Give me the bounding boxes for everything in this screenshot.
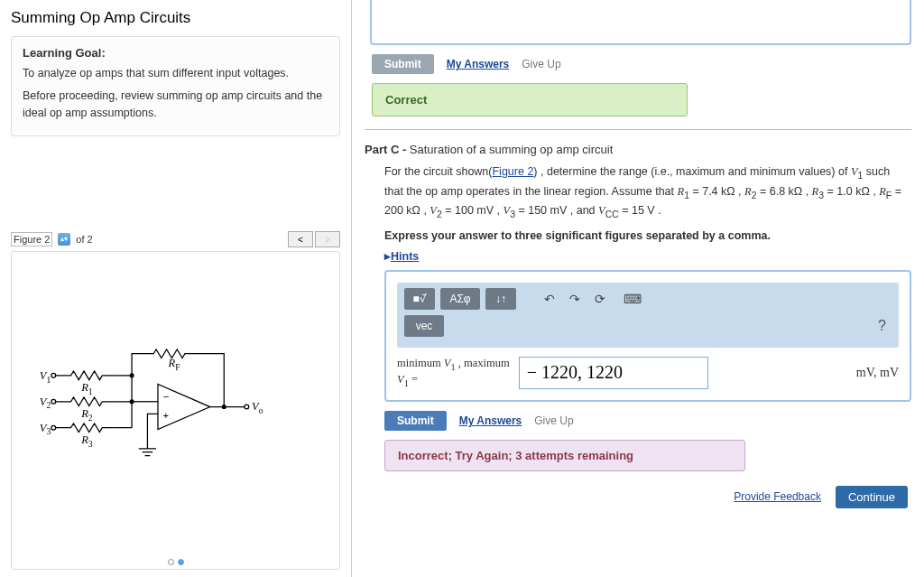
figure-prev-button[interactable]: < <box>288 231 313 247</box>
svg-text:R2: R2 <box>80 407 93 423</box>
figure-selector[interactable]: Figure 2 <box>11 232 52 247</box>
svg-text:Vo: Vo <box>252 401 263 416</box>
my-answers-link[interactable]: My Answers <box>447 58 510 70</box>
express-instruction: Express your answer to three significant… <box>384 229 911 242</box>
vec-button[interactable]: vec <box>404 315 444 337</box>
figure-count: of 2 <box>76 234 92 245</box>
answer-unit: mV, mV <box>856 366 899 380</box>
figure-header: Figure 2 ▴▾ of 2 < > <box>11 231 340 247</box>
separator <box>365 129 911 130</box>
goal-heading: Learning Goal: <box>23 46 328 60</box>
greek-button[interactable]: ΑΣφ <box>440 288 480 310</box>
figure-canvas: .w{stroke:#000;stroke-width:1.3;fill:non… <box>11 251 340 570</box>
svg-text:R3: R3 <box>80 433 93 449</box>
my-answers-link-2[interactable]: My Answers <box>459 414 522 427</box>
help-icon[interactable]: ? <box>878 318 892 334</box>
continue-button[interactable]: Continue <box>836 486 908 508</box>
redo-icon[interactable]: ↷ <box>565 289 585 309</box>
figure-link[interactable]: Figure 2 <box>492 165 533 178</box>
hints-toggle[interactable]: Hints <box>384 249 419 263</box>
svg-text:V1: V1 <box>40 369 51 385</box>
submit-button-prev[interactable]: Submit <box>372 54 434 74</box>
svg-text:−: − <box>163 391 170 402</box>
figure-dot[interactable] <box>168 559 174 565</box>
undo-icon[interactable]: ↶ <box>540 289 559 309</box>
answer-box: ■√̄ ΑΣφ ↓↑ ↶ ↷ ⟳ ⌨ vec ? <box>384 270 911 402</box>
goal-text-1: To analyze op amps that sum different in… <box>23 65 328 82</box>
circuit-diagram: .w{stroke:#000;stroke-width:1.3;fill:non… <box>36 323 315 498</box>
give-up-link-2[interactable]: Give Up <box>534 414 573 427</box>
svg-point-6 <box>223 405 226 409</box>
svg-point-2 <box>51 425 56 430</box>
figure-dot-active[interactable] <box>178 559 184 565</box>
figure-next-button[interactable]: > <box>315 231 340 247</box>
previous-answer-box <box>370 0 911 45</box>
left-panel: Summing Op Amp Circuits Learning Goal: T… <box>0 0 352 577</box>
submit-button[interactable]: Submit <box>384 411 447 431</box>
template-button[interactable]: ■√̄ <box>404 288 435 310</box>
give-up-link[interactable]: Give Up <box>522 58 560 70</box>
problem-statement: For the circuit shown(Figure 2) , determ… <box>384 163 911 222</box>
provide-feedback-link[interactable]: Provide Feedback <box>734 490 821 503</box>
answer-label: minimum V1 , maximum V1 = <box>397 357 510 389</box>
goal-text-2: Before proceeding, review summing op amp… <box>23 88 328 122</box>
svg-text:+: + <box>163 410 169 421</box>
part-c-title: Part C - Saturation of a summing op amp … <box>365 143 911 156</box>
updown-button[interactable]: ↓↑ <box>485 288 516 310</box>
svg-text:RF: RF <box>168 357 180 372</box>
svg-point-5 <box>245 405 249 409</box>
learning-goal-box: Learning Goal: To analyze op amps that s… <box>11 36 340 136</box>
incorrect-feedback: Incorrect; Try Again; 3 attempts remaini… <box>384 440 745 471</box>
figure-nav: < > <box>288 231 340 247</box>
answer-input[interactable] <box>519 357 708 389</box>
svg-point-1 <box>51 400 56 405</box>
svg-text:V3: V3 <box>40 422 51 437</box>
equation-toolbar: ■√̄ ΑΣφ ↓↑ ↶ ↷ ⟳ ⌨ vec ? <box>397 283 899 348</box>
svg-point-4 <box>130 374 134 377</box>
keyboard-icon[interactable]: ⌨ <box>623 289 642 309</box>
svg-text:V2: V2 <box>40 396 51 411</box>
right-panel: Submit My Answers Give Up Correct Part C… <box>352 0 924 577</box>
reset-icon[interactable]: ⟳ <box>590 289 610 309</box>
page-title: Summing Op Amp Circuits <box>11 9 340 27</box>
svg-point-0 <box>51 374 56 378</box>
correct-feedback: Correct <box>372 83 688 116</box>
figure-spinner-icon[interactable]: ▴▾ <box>58 233 70 246</box>
svg-text:R1: R1 <box>80 381 93 396</box>
figure-dots <box>168 559 184 565</box>
